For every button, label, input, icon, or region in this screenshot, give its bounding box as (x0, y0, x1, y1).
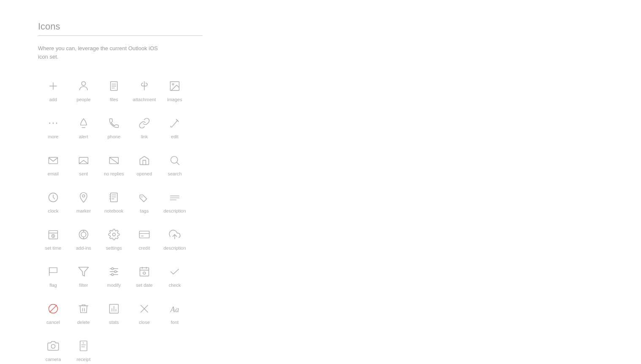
icon-item-marker: marker (68, 185, 99, 218)
set-time-label: set time (45, 245, 62, 251)
link-label: link (141, 134, 148, 139)
phone-icon (105, 115, 122, 132)
icon-item-add: add (38, 73, 68, 106)
svg-line-64 (50, 305, 57, 313)
close-icon (136, 300, 153, 317)
icon-item-stats: stats (99, 296, 129, 329)
svg-point-9 (172, 84, 174, 85)
svg-point-11 (53, 123, 54, 124)
svg-point-10 (49, 123, 50, 124)
edit-icon (166, 115, 183, 132)
icon-item-no-replies: no replies (99, 148, 129, 181)
icon-item-receipt: $ receipt (68, 333, 99, 364)
description2-label: description (163, 245, 186, 251)
icon-item-cancel: cancel (38, 296, 68, 329)
svg-text:Aa: Aa (170, 305, 179, 314)
files-label: files (110, 97, 118, 102)
delete-icon (75, 300, 92, 317)
svg-point-2 (81, 82, 85, 86)
opened-label: opened (137, 171, 152, 176)
icon-item-people: people (68, 73, 99, 106)
svg-point-12 (56, 123, 57, 124)
svg-point-57 (111, 274, 114, 276)
marker-label: marker (76, 208, 91, 213)
more-icon (45, 115, 62, 132)
add-ins-icon (75, 226, 92, 243)
description-icon (166, 189, 183, 206)
svg-rect-27 (111, 193, 117, 202)
svg-point-42 (81, 232, 86, 237)
settings-icon (105, 226, 122, 243)
icon-item-sent: sent (68, 148, 99, 181)
icon-item-images: images (160, 73, 190, 106)
stats-label: stats (109, 320, 119, 325)
icon-item-camera: camera (38, 333, 68, 364)
tags-label: tags (140, 208, 149, 213)
svg-point-55 (111, 268, 114, 270)
svg-point-62 (143, 272, 146, 275)
close-label: close (139, 320, 150, 325)
tags-icon (136, 189, 153, 206)
icon-item-flag: flag (38, 259, 68, 292)
set-time-icon (45, 226, 62, 243)
more-label: more (48, 134, 58, 139)
filter-icon (75, 263, 92, 280)
delete-label: delete (77, 320, 90, 325)
marker-icon (75, 189, 92, 206)
attachment-icon (136, 78, 153, 94)
icon-item-modify: modify (99, 259, 129, 292)
opened-icon (136, 152, 153, 169)
description-label: description (163, 208, 186, 213)
icon-item-font: Aa font (160, 296, 190, 329)
notebook-icon (105, 189, 122, 206)
clock-label: clock (48, 208, 58, 213)
title-divider (38, 35, 203, 36)
icon-item-filter: filter (68, 259, 99, 292)
search-icon (166, 152, 183, 169)
email-label: email (48, 171, 59, 176)
link-icon (136, 115, 153, 132)
people-icon (75, 78, 92, 94)
svg-point-72 (51, 345, 55, 348)
flag-icon (45, 263, 62, 280)
icon-item-files: files (99, 73, 129, 106)
cancel-icon (45, 300, 62, 317)
sent-label: sent (79, 171, 88, 176)
svg-point-23 (171, 156, 178, 163)
icon-item-opened: opened (129, 148, 160, 181)
icons-grid: add people files attachment (38, 73, 215, 364)
files-icon (105, 78, 122, 94)
icon-item-settings: settings (99, 222, 129, 255)
svg-line-24 (177, 162, 179, 164)
icon-item-phone: phone (99, 111, 129, 143)
page-title: Icons (38, 21, 215, 32)
icon-item-link: link (129, 111, 160, 143)
icon-item-set-date: set date (129, 259, 160, 292)
cancel-label: cancel (46, 320, 60, 325)
icon-item-email: email (38, 148, 68, 181)
svg-point-34 (141, 197, 142, 197)
email-icon (45, 152, 62, 169)
description2-icon (166, 226, 183, 243)
receipt-icon: $ (75, 337, 92, 354)
check-icon (166, 263, 183, 280)
subtitle: Where you can, leverage the current Outl… (38, 44, 215, 61)
icon-item-delete: delete (68, 296, 99, 329)
clock-icon (45, 189, 62, 206)
svg-line-22 (110, 157, 119, 164)
add-ins-label: add-ins (76, 245, 91, 251)
set-date-label: set date (136, 283, 152, 288)
filter-label: filter (79, 283, 88, 288)
notebook-label: notebook (104, 208, 123, 213)
edit-label: edit (171, 134, 179, 139)
attachment-label: attachment (133, 97, 156, 102)
icon-item-description2: description (160, 222, 190, 255)
credit-icon (136, 226, 153, 243)
icon-item-close: close (129, 296, 160, 329)
svg-point-26 (82, 195, 85, 197)
icon-item-add-ins: add-ins (68, 222, 99, 255)
camera-label: camera (46, 357, 61, 362)
svg-line-15 (172, 120, 178, 127)
icon-item-notebook: notebook (99, 185, 129, 218)
svg-marker-51 (78, 267, 88, 276)
